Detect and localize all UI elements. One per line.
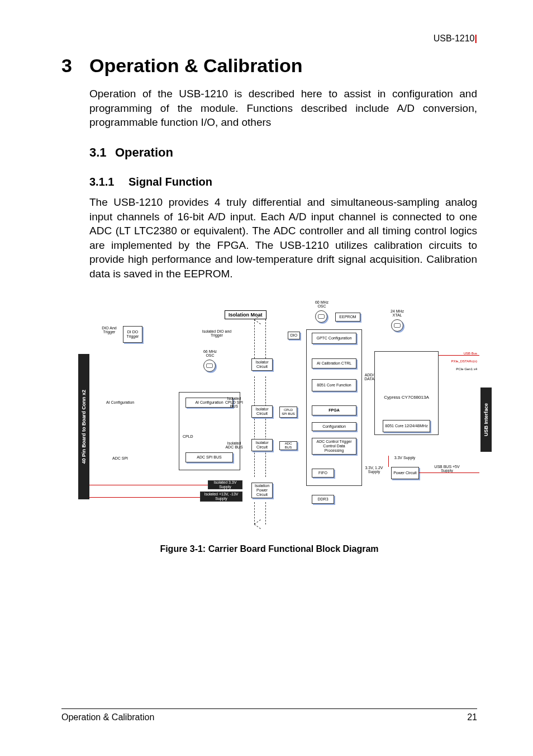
body-paragraph: The USB-1210 provides 4 truly differenti…: [89, 195, 477, 281]
isolator-block-1: Isolator Circuit: [251, 358, 273, 371]
supply-33-12-label: 3.3V, 1.2V Supply: [364, 466, 384, 474]
chapter-text: Operation & Calibration: [89, 55, 303, 76]
isolated-dio-label: Isolated DIO and Trigger: [200, 329, 234, 338]
eeprom-block: EEPROM: [335, 313, 360, 322]
chapter-number: 3: [61, 55, 89, 77]
chapter-intro: Operation of the USB-1210 is described h…: [89, 87, 477, 130]
pcie-label: PCIe Gen1 x4: [456, 367, 477, 371]
configuration-block: Configuration: [312, 422, 356, 431]
power-line: [419, 472, 479, 473]
power-circuit-block: Power Circuit: [391, 467, 419, 479]
pxie-label: PXIe_DSTARc(n): [451, 360, 477, 363]
isolator-block-2: Isolator Circuit: [251, 405, 273, 418]
osc-24-icon: [391, 319, 403, 332]
usb-5v-label: USB BUS +5V Supply: [434, 465, 460, 473]
gptc-block: GPTC Configuration: [312, 333, 356, 344]
osc-60-label: 60 MHz OSC: [311, 300, 333, 309]
left-connector-label: 40 Pin Board to Board Conn x2: [81, 390, 87, 464]
add-data-label: ADD/ DATA: [363, 373, 376, 381]
adc-ctrl-block: ADC Control Trigger Control Data Process…: [312, 438, 356, 455]
page-footer: Operation & Calibration 21: [61, 708, 477, 722]
supply-33-label: 3.3V Supply: [392, 456, 417, 460]
power-line: [89, 485, 208, 485]
di-do-trigger-block: DI DO Trigger: [123, 326, 142, 343]
iso-cpld-spi-label: Isolated CPLD SPI BUS: [223, 396, 245, 409]
moat-line: [254, 319, 255, 358]
dio-block: DIO: [288, 332, 300, 339]
right-connector-bar: USB Interface: [480, 388, 492, 452]
iso-33-supply: Isolated 3.3V Supply: [208, 480, 242, 489]
iso-13-supply: Isolated +13V, -13V Supply: [200, 492, 242, 502]
8051-core-b-block: 8051 Core 12/24/48MHz: [383, 420, 430, 432]
cypress-label: Cypress CY7C68013A: [384, 395, 429, 400]
page-header: USB-1210|: [61, 34, 477, 44]
section-text: Operation: [115, 145, 173, 159]
cpld-label: CPLD: [183, 434, 193, 439]
ai-cal-block: AI Calibration CTRL: [312, 358, 356, 368]
moat-line: [265, 319, 266, 358]
ddr3-block: DDR3: [312, 495, 334, 504]
isolation-power-block: Isolation Power Circuit: [251, 483, 273, 498]
dio-and-trigger-label: DIO And Trigger: [99, 326, 119, 334]
osc-66-icon: [203, 360, 216, 372]
block-diagram: 40 Pin Board to Board Conn x2 USB Interf…: [78, 298, 492, 533]
iso-adc-bus-label: Isolated ADC BUS: [223, 441, 245, 450]
adc-spi-block: ADC SPI BUS: [185, 452, 233, 462]
fpga-block: FPGA: [312, 405, 356, 415]
section-number: 3.1: [89, 145, 115, 160]
usb-bus-line: [439, 355, 479, 356]
cpld-spi-bus-block: CPLD SPI BUS: [279, 407, 297, 418]
isolator-block-3: Isolator Circuit: [251, 439, 273, 451]
subsection-text: Signal Function: [129, 176, 212, 188]
left-connector-bar: 40 Pin Board to Board Conn x2: [78, 354, 89, 499]
section-title: 3.1Operation: [89, 145, 477, 160]
chapter-title: 3Operation & Calibration: [61, 55, 477, 77]
adc-spi-label: ADC SPI: [106, 456, 134, 460]
moat-line: [265, 502, 266, 525]
footer-left: Operation & Calibration: [61, 712, 154, 722]
osc-60-icon: [315, 310, 327, 323]
product-name: USB-1210: [434, 34, 475, 43]
footer-page: 21: [467, 712, 477, 722]
subsection-title: 3.1.1Signal Function: [89, 176, 477, 188]
header-bar: |: [475, 34, 477, 43]
fifo-block: FIFO: [312, 469, 334, 478]
moat-line: [254, 502, 255, 525]
8051-core-block: 8051 Core Function: [312, 379, 356, 391]
moat-line: [265, 376, 266, 477]
ai-config-label: AI Configuration: [106, 400, 145, 404]
power-line: [89, 497, 200, 498]
subsection-number: 3.1.1: [89, 176, 129, 188]
right-connector-label: USB Interface: [483, 403, 489, 436]
figure-caption: Figure 3-1: Carrier Board Functional Blo…: [61, 544, 477, 554]
adc-bus-block: ADC BUS: [279, 441, 297, 450]
moat-line: [254, 376, 255, 477]
osc-66-label: 66 MHz OSC: [199, 349, 221, 358]
osc-24-label: 24 MHz XTAL: [386, 309, 408, 318]
power-line: [388, 456, 389, 467]
